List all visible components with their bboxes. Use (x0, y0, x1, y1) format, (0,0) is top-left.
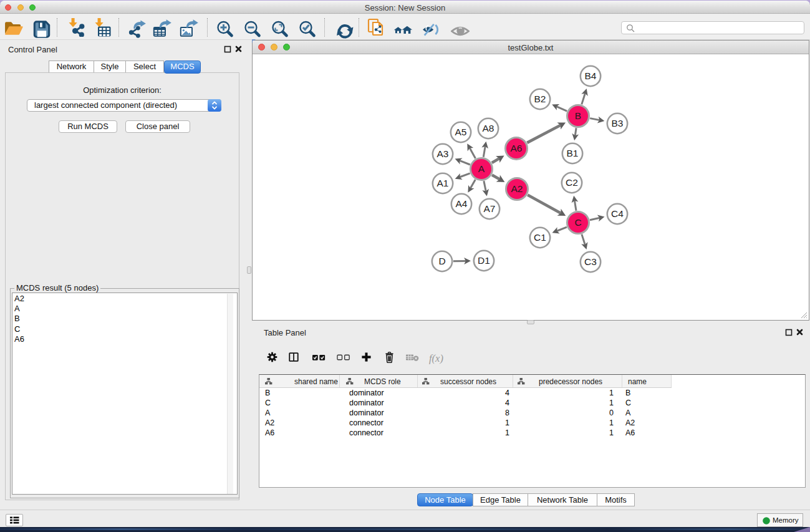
svg-text:B3: B3 (612, 118, 624, 128)
svg-text:B2: B2 (534, 94, 546, 104)
svg-text:A2: A2 (511, 183, 523, 194)
svg-text:A5: A5 (455, 127, 467, 137)
svg-text:A6: A6 (511, 143, 523, 153)
svg-text:A7: A7 (484, 203, 496, 214)
svg-text:A8: A8 (483, 123, 494, 133)
svg-text:C4: C4 (611, 208, 624, 219)
svg-text:D1: D1 (478, 255, 490, 266)
svg-text:A1: A1 (437, 178, 449, 188)
svg-text:C: C (574, 217, 581, 228)
svg-text:A3: A3 (437, 148, 449, 159)
svg-text:D: D (438, 256, 445, 266)
svg-text:C3: C3 (584, 256, 597, 267)
svg-text:C2: C2 (566, 177, 578, 188)
svg-text:B4: B4 (585, 70, 597, 81)
svg-text:C1: C1 (534, 232, 546, 243)
svg-text:B1: B1 (567, 148, 579, 158)
svg-text:A: A (478, 163, 485, 174)
svg-text:A4: A4 (456, 198, 468, 209)
svg-text:B: B (575, 110, 581, 121)
